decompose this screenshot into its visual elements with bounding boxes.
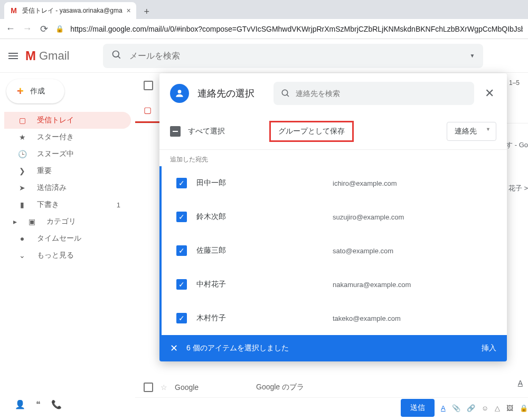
sidebar-item-snoozed[interactable]: 🕒 スヌーズ中 xyxy=(4,146,131,163)
insert-button[interactable]: 挿入 xyxy=(482,343,496,353)
chevron-down-icon: ⌄ xyxy=(17,251,27,260)
svg-point-2 xyxy=(178,90,182,93)
sidebar-item-important[interactable]: ❯ 重要 xyxy=(4,163,131,179)
star-icon[interactable]: ☆ xyxy=(161,383,167,392)
sidebar-item-more[interactable]: ⌄ もっと見る xyxy=(4,247,131,264)
browser-tab[interactable]: M 受信トレイ - yasawa.orinaka@gma × xyxy=(4,2,136,19)
search-dropdown-icon[interactable]: ▼ xyxy=(470,53,475,59)
sidebar-label: 下書き xyxy=(37,200,59,209)
contact-email: takeko@example.com xyxy=(333,314,401,322)
dialog-search-bar[interactable] xyxy=(274,82,474,105)
mail-row[interactable]: ☆ Google Google のブラ xyxy=(135,377,528,398)
search-bar[interactable]: ▼ xyxy=(103,44,483,68)
menu-icon[interactable] xyxy=(8,53,18,59)
sidebar-label: 送信済み xyxy=(37,183,67,193)
search-icon xyxy=(281,89,290,98)
star-icon: ★ xyxy=(17,133,27,141)
dialog-title: 連絡先の選択 xyxy=(197,87,254,100)
sidebar-label: カテゴリ xyxy=(46,217,76,226)
mail-snip2: 花子 > xyxy=(508,184,528,193)
contact-row[interactable]: ✓ 鈴木次郎 suzujiro@example.com xyxy=(159,200,507,234)
category-icon: ▣ xyxy=(26,217,37,226)
send-button[interactable]: 送信 xyxy=(401,399,435,417)
sidebar-label: タイムセール xyxy=(37,234,81,243)
drive-icon[interactable]: △ xyxy=(495,404,500,412)
emoji-icon[interactable]: ☺ xyxy=(482,404,488,412)
dialog-footer: ✕ 6 個のアイテムを選択しました 挿入 xyxy=(159,335,507,361)
sidebar: + 作成 ▢ 受信トレイ ★ スター付き 🕒 スヌーズ中 ❯ 重要 ➤ 送信済み… xyxy=(0,73,135,420)
dialog-search-input[interactable] xyxy=(296,89,467,98)
attach-icon[interactable]: 📎 xyxy=(452,404,460,412)
important-icon: ❯ xyxy=(17,167,27,175)
contact-checkbox[interactable]: ✓ xyxy=(176,279,187,290)
contact-row[interactable]: ✓ 中村花子 nakamura@example.com xyxy=(159,268,507,301)
contact-email: sato@example.com xyxy=(333,247,393,255)
tab-primary[interactable]: ▢ xyxy=(135,98,160,123)
contact-name: 中村花子 xyxy=(196,280,323,289)
sidebar-item-drafts[interactable]: ▮ 下書き 1 xyxy=(4,196,131,213)
search-input[interactable] xyxy=(129,51,462,61)
dialog-close-button[interactable]: ✕ xyxy=(483,84,496,102)
inbox-icon: ▢ xyxy=(17,116,27,125)
mail-sender: Google xyxy=(175,383,249,392)
sidebar-item-inbox[interactable]: ▢ 受信トレイ xyxy=(4,112,131,129)
chevron-right-icon: ▸ xyxy=(10,217,20,226)
sidebar-item-timesale[interactable]: ● タイムセール xyxy=(4,230,131,247)
contact-row[interactable]: ✓ 木村竹子 takeko@example.com xyxy=(159,301,507,335)
contact-email: nakamura@example.com xyxy=(333,281,411,289)
lock-icon: 🔒 xyxy=(55,25,64,33)
primary-tab-icon: ▢ xyxy=(144,105,152,115)
tab-close-icon[interactable]: × xyxy=(127,6,131,15)
url-text[interactable]: https://mail.google.com/mail/u/0/#inbox?… xyxy=(70,25,523,33)
select-all-checkbox[interactable] xyxy=(144,81,153,90)
contact-checkbox[interactable]: ✓ xyxy=(176,212,187,222)
plus-icon: + xyxy=(17,85,24,97)
mail-subject: Google のブラ xyxy=(256,383,520,392)
link-icon[interactable]: 🔗 xyxy=(467,404,475,412)
contact-email: suzujiro@example.com xyxy=(333,213,404,221)
compose-toolbar: 送信 A 📎 🔗 ☺ △ 🖼 🔒 xyxy=(401,399,528,417)
sidebar-item-starred[interactable]: ★ スター付き xyxy=(4,129,131,146)
row-checkbox[interactable] xyxy=(144,383,153,392)
contact-name: 鈴木次郎 xyxy=(196,212,323,222)
selected-count-message: 6 個のアイテムを選択しました xyxy=(186,343,289,353)
format-icon[interactable]: A xyxy=(441,404,446,412)
dialog-controls: すべて選択 グループとして保存 連絡先 xyxy=(159,113,507,150)
contact-source-dropdown[interactable]: 連絡先 xyxy=(447,122,496,141)
back-button[interactable]: ← xyxy=(5,23,16,34)
compose-label: 作成 xyxy=(30,87,45,96)
contact-checkbox[interactable]: ✓ xyxy=(176,178,187,188)
compose-button[interactable]: + 作成 xyxy=(6,79,64,103)
contact-checkbox[interactable]: ✓ xyxy=(176,313,187,323)
hangouts-icon[interactable]: ❝ xyxy=(36,399,41,409)
sidebar-item-sent[interactable]: ➤ 送信済み xyxy=(4,179,131,196)
lock-icon[interactable]: 🔒 xyxy=(520,404,528,412)
forward-button[interactable]: → xyxy=(22,23,33,34)
svg-point-0 xyxy=(113,51,119,57)
sidebar-label: スター付き xyxy=(37,132,74,142)
new-tab-button[interactable]: + xyxy=(139,4,154,19)
tag-icon: ● xyxy=(17,234,27,243)
save-as-group-button[interactable]: グループとして保存 xyxy=(269,121,354,142)
person-icon[interactable]: 👤 xyxy=(15,399,25,409)
phone-icon[interactable]: 📞 xyxy=(51,399,62,409)
select-all-checkbox-indeterminate[interactable] xyxy=(170,126,181,137)
contact-list: ✓ 田中一郎 ichiro@example.com ✓ 鈴木次郎 suzujir… xyxy=(159,166,507,335)
sidebar-item-categories[interactable]: ▸ ▣ カテゴリ xyxy=(4,213,131,230)
gmail-brand-text: Gmail xyxy=(39,49,69,63)
gmail-logo[interactable]: M Gmail xyxy=(25,49,69,63)
contact-row[interactable]: ✓ 田中一郎 ichiro@example.com xyxy=(159,166,507,200)
dialog-header: 連絡先の選択 ✕ xyxy=(159,73,507,113)
select-all-label[interactable]: すべて選択 xyxy=(188,127,225,136)
dialog-footer-close[interactable]: ✕ xyxy=(170,342,178,354)
gmail-header: M Gmail ▼ xyxy=(0,39,528,73)
contact-checkbox[interactable]: ✓ xyxy=(176,245,187,256)
format-underline[interactable]: A xyxy=(518,379,523,387)
reload-button[interactable]: ⟳ xyxy=(39,23,49,35)
added-recipients-label: 追加した宛先 xyxy=(159,150,507,166)
contact-picker-dialog: 連絡先の選択 ✕ すべて選択 グループとして保存 連絡先 追加した宛先 ✓ 田中… xyxy=(159,73,507,361)
tab-title: 受信トレイ - yasawa.orinaka@gma xyxy=(22,6,122,15)
image-icon[interactable]: 🖼 xyxy=(506,404,513,412)
contacts-avatar-icon xyxy=(170,84,189,103)
contact-row[interactable]: ✓ 佐藤三郎 sato@example.com xyxy=(159,234,507,268)
